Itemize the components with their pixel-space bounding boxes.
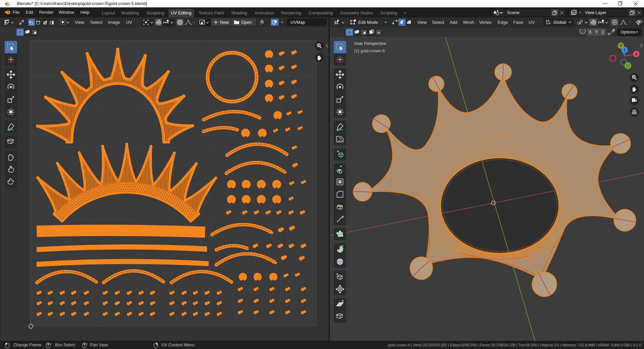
- svg-text:Z: Z: [624, 48, 626, 52]
- svg-text:Y: Y: [620, 44, 622, 48]
- svg-text:X: X: [635, 52, 638, 56]
